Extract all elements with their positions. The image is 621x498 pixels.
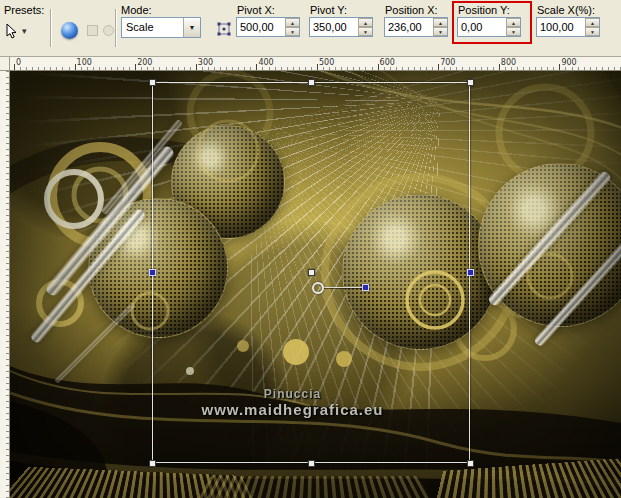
pivot-x-label: Pivot X: [237,4,275,16]
handle-center[interactable] [308,269,315,276]
pivot-y-label: Pivot Y: [310,4,347,16]
pivot-y-field[interactable]: 350,00 ▲ ▼ [309,17,373,37]
spin-down-button[interactable]: ▼ [585,27,599,36]
position-x-value: 236,00 [388,21,422,33]
position-x-field[interactable]: 236,00 ▲ ▼ [384,17,448,37]
spin-down-button[interactable]: ▼ [285,27,299,36]
blue-sphere-button[interactable] [57,18,81,42]
highlight-rectangle [452,1,532,44]
handle-middle-right[interactable] [467,269,474,276]
handle-top-left[interactable] [149,79,156,86]
chevron-down-icon: ▼ [189,24,196,31]
mode-value: Scale [126,21,154,33]
scale-x-value: 100,00 [540,21,574,33]
handle-bottom-right[interactable] [467,460,474,467]
mode-label: Mode: [121,4,152,16]
combo-dropdown-button[interactable]: ▼ [183,18,200,37]
square-icon [87,25,98,36]
tool-options-bar: Presets: ▾ Mode: Scale ▼ [0,0,621,57]
pivot-point[interactable] [312,282,324,294]
handle-top-right[interactable] [467,79,474,86]
circle-icon [103,25,114,36]
blue-sphere-icon [61,22,78,39]
handle-bottom-left[interactable] [149,460,156,467]
pivot-x-value: 500,00 [240,21,274,33]
handle-middle-left[interactable] [149,269,156,276]
toolbar-separator [50,9,52,47]
app-window: Presets: ▾ Mode: Scale ▼ [0,0,621,498]
presets-dropdown-button[interactable]: ▾ [4,17,44,45]
vertical-ruler[interactable] [0,71,10,498]
pivot-x-field[interactable]: 500,00 ▲ ▼ [236,17,300,37]
position-x-label: Position X: [385,4,438,16]
pointer-icon [5,23,20,39]
texture-patch [190,476,440,498]
spin-down-button[interactable]: ▼ [433,27,447,36]
toolbar-separator [115,9,117,47]
horizontal-ruler[interactable]: 0100200300400500600700800900 [10,57,621,71]
ruler-corner [0,57,10,71]
spin-down-button[interactable]: ▼ [358,27,372,36]
handle-top-middle[interactable] [308,79,315,86]
chevron-down-icon: ▾ [22,26,27,36]
mode-select[interactable]: Scale ▼ [121,17,201,38]
spin-up-button[interactable]: ▲ [285,18,299,27]
disabled-tool-button-2[interactable] [100,18,116,42]
pivot-line [323,287,362,288]
handle-bottom-middle[interactable] [308,460,315,467]
image-canvas[interactable]: Pinuccia www.maidhegrafica.eu [10,71,621,498]
pivot-y-value: 350,00 [313,21,347,33]
rotation-handle[interactable] [362,284,369,291]
spin-up-button[interactable]: ▲ [358,18,372,27]
spin-up-button[interactable]: ▲ [433,18,447,27]
presets-label: Presets: [4,4,44,16]
scale-x-field[interactable]: 100,00 ▲ ▼ [536,17,600,37]
pivot-origin-icon [216,21,232,37]
disabled-tool-button-1[interactable] [84,18,100,42]
spin-up-button[interactable]: ▲ [585,18,599,27]
pivot-center-button[interactable] [212,17,236,41]
scale-x-label: Scale X(%): [537,4,595,16]
